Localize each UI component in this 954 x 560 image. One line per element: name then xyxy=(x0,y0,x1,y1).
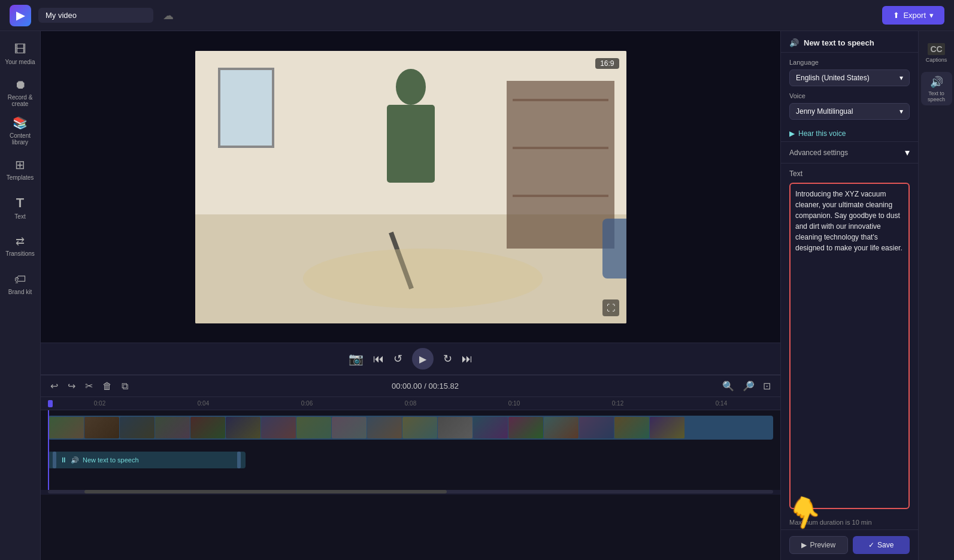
tts-track-audio-icon: 🔊 xyxy=(71,456,79,464)
video-thumbnail xyxy=(508,417,543,438)
sidebar-item-text[interactable]: T Text xyxy=(2,189,38,225)
advanced-settings-label: Advanced settings xyxy=(789,149,848,157)
forward-5s-button[interactable]: ↻ xyxy=(443,352,452,365)
time-display: 00:00.00 / 00:15.82 xyxy=(392,382,459,391)
brand-kit-icon: 🏷 xyxy=(14,273,26,286)
svg-point-6 xyxy=(396,69,426,105)
camera-icon: 📷 xyxy=(349,352,364,366)
svg-rect-0 xyxy=(219,69,273,147)
tts-panel: 🔊 New text to speech Language English (U… xyxy=(780,31,918,560)
sidebar-item-label: Transitions xyxy=(5,250,35,257)
tts-panel-title: New text to speech xyxy=(804,38,874,47)
language-section: Language English (United States) ▾ xyxy=(781,53,918,92)
preview-play-icon: ▶ xyxy=(801,541,807,549)
project-name-input[interactable] xyxy=(38,8,153,23)
text-input-wrapper xyxy=(789,183,910,509)
ruler-mark: 0:14 xyxy=(670,400,773,407)
tts-track-left-handle[interactable] xyxy=(53,452,56,468)
sidebar-item-transitions[interactable]: ⇄ Transitions xyxy=(2,228,38,264)
voice-select[interactable]: Jenny Multilingual ▾ xyxy=(789,103,910,120)
sidebar-item-templates[interactable]: ⊞ Templates xyxy=(2,151,38,187)
tts-track-pause-icon: ⏸ xyxy=(60,456,67,464)
scrollbar-thumb[interactable] xyxy=(84,490,447,494)
export-button[interactable]: ⬆ Export ▾ xyxy=(882,6,944,25)
undo-button[interactable]: ↩ xyxy=(48,379,60,393)
video-thumbnail xyxy=(155,417,190,438)
fullscreen-button[interactable]: ⛶ xyxy=(602,299,619,316)
video-thumbnail xyxy=(650,417,685,438)
text-to-speech-tool[interactable]: 🔊 Text to speech xyxy=(921,72,952,105)
svg-rect-2 xyxy=(507,81,614,249)
ruler-mark: 0:10 xyxy=(462,400,566,407)
play-button[interactable]: ▶ xyxy=(412,348,434,370)
video-thumbnail xyxy=(296,417,331,438)
sidebar-item-your-media[interactable]: 🎞 Your media xyxy=(2,36,38,72)
zoom-in-button[interactable]: 🔎 xyxy=(740,379,757,393)
tts-track-right-handle[interactable] xyxy=(237,452,241,468)
cloud-save-icon: ☁ xyxy=(163,9,174,22)
duplicate-button[interactable]: ⧉ xyxy=(119,380,131,393)
video-thumbnail xyxy=(438,417,473,438)
main-layout: 🎞 Your media ⏺ Record & create 📚 Content… xyxy=(0,31,954,560)
logo-icon: ▶ xyxy=(16,9,25,22)
record-create-icon: ⏺ xyxy=(14,78,26,92)
svg-rect-4 xyxy=(513,147,608,149)
skip-to-start-button[interactable]: ⏮ xyxy=(373,353,384,365)
left-sidebar: 🎞 Your media ⏺ Record & create 📚 Content… xyxy=(0,31,41,560)
video-thumbnail xyxy=(120,417,155,438)
text-to-speech-label: Text to speech xyxy=(921,90,952,102)
sidebar-item-brand-kit[interactable]: 🏷 Brand kit xyxy=(2,266,38,302)
zoom-controls: 🔍 🔎 ⊡ xyxy=(720,379,773,393)
captions-label: Captions xyxy=(926,57,947,63)
tts-header-icon: 🔊 xyxy=(789,38,799,47)
video-container: 16:9 ⛶ xyxy=(195,51,626,323)
max-duration-note: Maximum duration is 10 min xyxy=(781,515,918,529)
video-thumbnail xyxy=(367,417,402,438)
sidebar-item-content-library[interactable]: 📚 Content library xyxy=(2,113,38,149)
svg-rect-7 xyxy=(387,105,435,183)
video-thumbnail xyxy=(226,417,261,438)
ruler-mark: 0:12 xyxy=(566,400,670,407)
video-thumbnail xyxy=(84,417,119,438)
skip-to-end-button[interactable]: ⏭ xyxy=(462,353,473,365)
timeline-scrollbar[interactable] xyxy=(41,490,780,495)
language-select[interactable]: English (United States) ▾ xyxy=(789,69,910,86)
your-media-icon: 🎞 xyxy=(14,43,26,56)
hear-voice-link[interactable]: ▶ Hear this voice xyxy=(781,126,918,141)
video-thumbnail xyxy=(49,417,84,438)
sidebar-item-label: Content library xyxy=(2,132,38,146)
aspect-ratio-badge: 16:9 xyxy=(595,58,619,69)
captions-tool[interactable]: CC Captions xyxy=(921,36,952,69)
video-track-content[interactable] xyxy=(48,416,773,440)
video-thumbnail xyxy=(332,417,367,438)
advanced-settings-chevron-icon: ▾ xyxy=(905,147,910,158)
voice-label: Voice xyxy=(789,92,910,99)
text-input[interactable] xyxy=(795,189,904,503)
templates-icon: ⊞ xyxy=(15,158,25,172)
tts-track-content[interactable]: ⏸ 🔊 New text to speech xyxy=(48,452,246,468)
cut-button[interactable]: ✂ xyxy=(83,379,95,393)
captions-icon: CC xyxy=(928,43,944,55)
svg-rect-3 xyxy=(513,99,608,101)
advanced-settings-row[interactable]: Advanced settings ▾ xyxy=(781,141,918,164)
voice-section: Voice Jenny Multilingual ▾ xyxy=(781,92,918,126)
redo-button[interactable]: ↪ xyxy=(65,379,78,393)
language-chevron-icon: ▾ xyxy=(900,74,903,82)
video-controls: 📷 ⏮ ↺ ▶ ↻ ⏭ xyxy=(41,343,780,375)
timeline-tracks: ⏸ 🔊 New text to speech xyxy=(41,410,780,490)
sidebar-item-label: Brand kit xyxy=(8,289,32,295)
save-button[interactable]: ✓ Save xyxy=(853,536,910,554)
preview-button[interactable]: ▶ Preview xyxy=(789,536,848,554)
play-circle-icon: ▶ xyxy=(789,129,795,138)
text-section: Text xyxy=(781,164,918,515)
text-section-label: Text xyxy=(789,169,910,178)
video-thumbnail xyxy=(614,417,649,438)
text-to-speech-icon: 🔊 xyxy=(930,75,943,89)
fit-view-button[interactable]: ⊡ xyxy=(761,379,773,393)
tts-footer: ▶ Preview ✓ Save xyxy=(781,529,918,560)
delete-button[interactable]: 🗑 xyxy=(100,380,114,393)
sidebar-item-record-create[interactable]: ⏺ Record & create xyxy=(2,74,38,110)
zoom-out-button[interactable]: 🔍 xyxy=(720,379,737,393)
rewind-5s-button[interactable]: ↺ xyxy=(393,352,402,365)
preview-label: Preview xyxy=(810,541,835,549)
